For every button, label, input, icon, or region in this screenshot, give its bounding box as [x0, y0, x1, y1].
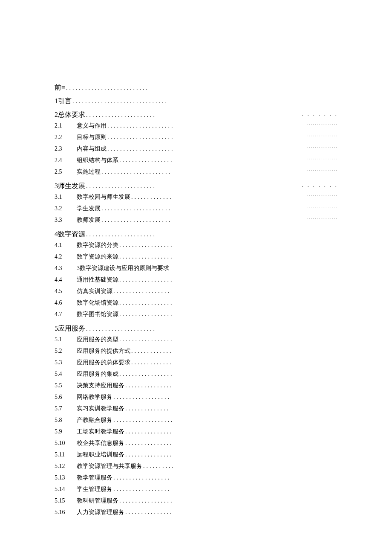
toc-label: 应用服务的总体要求	[77, 359, 130, 366]
toc-leader-dots: ...............	[124, 382, 173, 389]
toc-leader-dots: ......................	[85, 183, 156, 190]
toc-leader-dots: ..............	[124, 405, 170, 412]
toc-section-number: 5.14	[55, 486, 77, 493]
toc-label: 实施过程	[77, 168, 101, 176]
toc-label: 工场实时教学服务	[77, 428, 124, 436]
toc-leader-dots: ...............	[124, 451, 173, 458]
toc-entry: 5.16人力资源管理服务...............	[55, 509, 338, 516]
toc-entry: 4.5仿真实训资源..................	[55, 288, 338, 295]
toc-label: 4数字资源	[55, 230, 85, 239]
toc-entry: 5.9工场实时教学服务...............	[55, 428, 338, 436]
toc-label: 教科研管理服务	[77, 497, 118, 505]
toc-leader-dots: .............	[130, 359, 173, 366]
toc-label: 仿真实训资源	[77, 288, 112, 295]
toc-label: 学生发展	[77, 205, 101, 212]
toc-entry: 5.3应用服务的总体要求.............	[55, 359, 338, 366]
toc-right-marks: ················	[307, 193, 338, 198]
toc-leader-dots: ......................	[85, 112, 156, 119]
toc-label: 决策支持应用服务	[77, 382, 124, 389]
toc-label: 数字校园与师生发展	[77, 193, 130, 201]
toc-leader-dots: ..................	[112, 288, 171, 295]
toc-section-number: 5.3	[55, 359, 77, 366]
toc-section-number: 5.11	[55, 451, 77, 458]
toc-section-number: 5.9	[55, 428, 77, 435]
toc-entry: 5.11远程职业培训服务...............	[55, 451, 338, 459]
toc-label: 3师生发展	[55, 182, 85, 191]
toc-leader-dots: .................	[118, 276, 174, 283]
toc-section-number: 2.4	[55, 157, 77, 164]
toc-entry: 1引言..............................	[55, 97, 338, 105]
toc-right-marks: ················	[307, 168, 338, 173]
toc-entry: 4.4通用性基础资源.................	[55, 276, 338, 284]
toc-leader-dots: .....................	[107, 134, 175, 141]
toc-section-number: 4.5	[55, 288, 77, 295]
toc-right-marks: ················	[307, 134, 338, 138]
toc-section-number: 5.16	[55, 509, 77, 516]
toc-leader-dots: .................	[118, 253, 174, 260]
toc-entry: 4.1数字资源的分类.................	[55, 241, 338, 249]
toc-section-number: 4.7	[55, 311, 77, 318]
toc-section-number: 5.2	[55, 348, 77, 355]
toc-label: 教师发展	[77, 216, 101, 224]
toc-leader-dots: .................	[118, 336, 174, 343]
toc-entry: 5.14学生管理服务..................	[55, 485, 338, 493]
toc-leader-dots: ..........................	[65, 84, 149, 91]
toc-leader-dots: ..................	[112, 486, 171, 493]
toc-right-marks: ················	[307, 122, 338, 127]
toc-entry: 4.6数字化场馆资源.................	[55, 299, 338, 307]
toc-entry: 4.2数字资源的来源.................	[55, 253, 338, 261]
toc-section-number: 4.2	[55, 253, 77, 260]
toc-label: 产教融合服务	[77, 416, 112, 424]
toc-leader-dots: ..............................	[72, 98, 168, 105]
toc-leader-dots: ......................	[85, 325, 156, 332]
toc-leader-dots: .................	[118, 311, 174, 318]
toc-section-number: 4.4	[55, 276, 77, 283]
toc-entry: 2总体要求....................... . . . . . .	[55, 110, 338, 118]
toc-section-number: 5.4	[55, 371, 77, 378]
toc-entry: 5.5决策支持应用服务...............	[55, 382, 338, 389]
toc-label: 数字资源的来源	[77, 253, 118, 261]
toc-label: 组织结构与体系	[77, 157, 118, 164]
toc-entry: 2.3内容与组成.....................···········…	[55, 145, 338, 153]
toc-right-marks: ················	[307, 157, 338, 161]
toc-label: 1引言	[55, 97, 72, 106]
toc-section-number: 5.5	[55, 382, 77, 389]
toc-leader-dots: .................	[118, 242, 174, 249]
toc-leader-dots: ......................	[101, 217, 172, 224]
toc-section-number: 5.12	[55, 463, 77, 470]
toc-leader-dots: ..................	[112, 394, 171, 401]
toc-leader-dots: ..........	[142, 463, 175, 470]
toc-section-number: 4.1	[55, 242, 77, 249]
toc-section-number: 5.10	[55, 440, 77, 447]
toc-leader-dots: ..................	[112, 474, 171, 481]
toc-label: 人力资源管理服务	[77, 509, 124, 516]
toc-label: 网络教学服务	[77, 393, 112, 401]
toc-section-number: 3.1	[55, 194, 77, 200]
toc-entry: 5.4应用服务的集成.................	[55, 370, 338, 378]
toc-leader-dots: ...............	[124, 428, 173, 435]
toc-leader-dots: .............	[130, 194, 173, 200]
toc-section-number: 3.3	[55, 217, 77, 224]
toc-entry: 5.13教学管理服务..................	[55, 474, 338, 482]
toc-entry: 4.7数字图书馆资源.................	[55, 311, 338, 318]
toc-entry: 5.15教科研管理服务.................	[55, 497, 338, 505]
toc-label: 教学管理服务	[77, 474, 112, 482]
toc-entry: 2.1意义与作用.....................···········…	[55, 122, 338, 130]
toc-entry: 3.2学生发展......................···········…	[55, 205, 338, 212]
toc-label: 2总体要求	[55, 110, 85, 119]
toc-section-number: 2.5	[55, 169, 77, 175]
toc-leader-dots: ...............	[124, 509, 173, 516]
toc-entry: 3师生发展....................... . . . . . .	[55, 182, 338, 189]
toc-leader-dots: ......................	[85, 231, 156, 238]
toc-leader-dots: .................	[118, 371, 174, 378]
toc-label: 实习实训教学服务	[77, 405, 124, 413]
toc-entry: 2.5实施过程......................···········…	[55, 168, 338, 176]
toc-entry: 2.2目标与原则.....................···········…	[55, 134, 338, 141]
toc-label: 5应用服务	[55, 324, 85, 333]
toc-right-marks: . . . . . . .	[302, 182, 338, 189]
toc-section-number: 2.1	[55, 122, 77, 129]
toc-label: 数字化场馆资源	[77, 299, 118, 307]
toc-section-number: 5.13	[55, 474, 77, 481]
toc-entry: 前≡..........................	[55, 83, 338, 91]
toc-section-number: 5.15	[55, 497, 77, 504]
